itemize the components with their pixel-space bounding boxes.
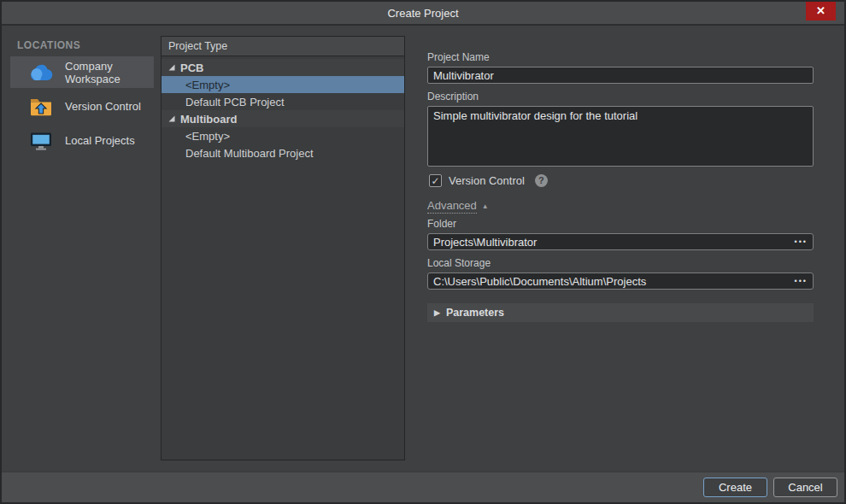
version-control-row: ✓ Version Control ? bbox=[429, 174, 548, 187]
create-button[interactable]: Create bbox=[703, 478, 767, 497]
sidebar-item-label: Local Projects bbox=[65, 134, 135, 147]
help-icon[interactable]: ? bbox=[535, 174, 548, 187]
parameters-section-toggle[interactable]: ▶ Parameters bbox=[427, 303, 814, 322]
local-storage-label: Local Storage bbox=[427, 257, 491, 269]
version-control-checkbox[interactable]: ✓ bbox=[429, 174, 442, 187]
project-name-input[interactable] bbox=[427, 67, 814, 84]
ellipsis-icon: ••• bbox=[795, 237, 808, 246]
folder-upload-icon bbox=[29, 97, 53, 116]
collapse-up-icon: ▲ bbox=[482, 202, 489, 210]
description-label: Description bbox=[427, 91, 479, 103]
folder-browse-button[interactable]: ••• bbox=[795, 233, 808, 250]
tree-item-label: <Empty> bbox=[185, 79, 230, 91]
checkmark-icon: ✓ bbox=[431, 175, 439, 187]
cloud-icon bbox=[29, 63, 53, 82]
expand-triangle-icon[interactable] bbox=[168, 64, 175, 71]
tree-item-label: Default PCB Project bbox=[185, 96, 285, 108]
project-name-label: Project Name bbox=[427, 51, 490, 63]
sidebar-item-label: Version Control bbox=[65, 100, 141, 113]
tree-item-multiboard-empty[interactable]: <Empty> bbox=[162, 127, 404, 144]
dialog-title: Create Project bbox=[2, 2, 844, 25]
project-type-header: Project Type bbox=[162, 37, 404, 56]
description-input[interactable]: Simple multivibrator design for the tuto… bbox=[427, 106, 814, 167]
tree-group-multiboard[interactable]: Multiboard bbox=[162, 110, 404, 127]
tree-item-label: Default Multiboard Project bbox=[185, 147, 314, 160]
local-storage-field: ••• bbox=[427, 273, 814, 290]
project-type-panel: Project Type PCB <Empty> Default PCB Pro… bbox=[161, 36, 405, 460]
tree-item-default-multiboard-project[interactable]: Default Multiboard Project bbox=[162, 144, 404, 161]
tree-item-default-pcb-project[interactable]: Default PCB Project bbox=[162, 93, 404, 110]
tree-group-label: PCB bbox=[180, 62, 203, 74]
cancel-button[interactable]: Cancel bbox=[773, 478, 837, 497]
folder-field: ••• bbox=[427, 233, 814, 250]
tree-item-label: <Empty> bbox=[185, 130, 230, 143]
footer: Create Cancel bbox=[2, 472, 844, 502]
close-icon: ✕ bbox=[816, 4, 825, 17]
sidebar-item-version-control[interactable]: Version Control bbox=[10, 91, 154, 122]
version-control-label: Version Control bbox=[449, 174, 525, 187]
sidebar-item-company-workspace[interactable]: Company Workspace bbox=[10, 56, 154, 88]
titlebar[interactable]: Create Project bbox=[2, 2, 844, 26]
advanced-toggle[interactable]: Advanced ▲ bbox=[427, 199, 489, 214]
tree-group-label: Multiboard bbox=[180, 113, 237, 126]
local-storage-browse-button[interactable]: ••• bbox=[795, 273, 808, 290]
folder-label: Folder bbox=[427, 218, 456, 230]
locations-header: LOCATIONS bbox=[17, 39, 80, 51]
create-project-dialog: Create Project ✕ LOCATIONS Company Works… bbox=[0, 0, 846, 504]
monitor-icon bbox=[29, 132, 53, 150]
local-storage-input[interactable] bbox=[427, 273, 814, 290]
tree-item-pcb-empty[interactable]: <Empty> bbox=[162, 76, 404, 93]
ellipsis-icon: ••• bbox=[795, 277, 808, 285]
advanced-label: Advanced bbox=[427, 199, 477, 214]
expand-triangle-icon[interactable] bbox=[168, 115, 175, 122]
project-type-tree: PCB <Empty> Default PCB Project Multiboa… bbox=[162, 59, 404, 161]
sidebar-item-label: Company Workspace bbox=[65, 60, 154, 85]
tree-group-pcb[interactable]: PCB bbox=[162, 59, 404, 76]
close-button[interactable]: ✕ bbox=[806, 2, 836, 21]
parameters-label: Parameters bbox=[446, 307, 504, 319]
sidebar-item-local-projects[interactable]: Local Projects bbox=[10, 125, 154, 156]
expand-right-icon: ▶ bbox=[434, 308, 440, 317]
folder-input[interactable] bbox=[427, 233, 814, 250]
